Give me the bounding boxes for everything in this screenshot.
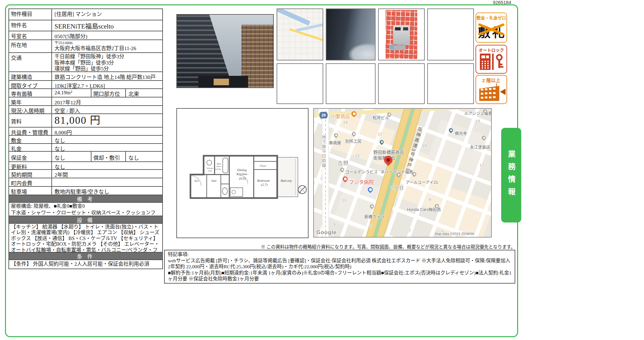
row-label: 号室名 [9,31,52,39]
svg-text:Closet: Closet [260,165,266,167]
thumbnail-area-map [277,8,323,60]
section-jouken: 【条件】 外国人契約可能・2人入居可能・保証会社利用必須 [9,260,162,269]
map-label-nagae: 永江塗装店 [470,144,490,150]
thumbnail-placeholder [427,8,474,60]
map-label-noda-1: 野田新橋筋商店 [373,149,404,155]
map-label-fujita: フジタ病院 [349,178,374,186]
mini-map-river2 [296,22,323,32]
svg-text:(1116): (1116) [215,168,221,170]
row-value [52,178,162,186]
mini-map-image [277,9,323,60]
row-label-2: 償却・敷引 [91,152,126,161]
special-notes-line: ■解約予告:1ヶ月前(月割)■短期違約金:1年未満 1ヶ月(家賃のみ)※礼金0の… [168,270,512,282]
row-label: 賃料 [9,114,52,127]
subway-road [322,108,329,238]
disclaimer-text: ※ この資料は物件の概略紹介資料になります。写真、間取図面、設備、概要などが現況… [219,243,515,250]
block-number: 6 [429,197,431,202]
row-label: 物件種目 [9,9,52,20]
map-label-honda: Honda Cars梅田西 [407,206,441,212]
block-number: 8 [370,223,372,228]
svg-text:Balcony: Balcony [281,179,292,182]
table-row: 保証金 なし 償却・敷引 なし [9,152,162,162]
badge-no-deposit-no-key-money: 敷金・礼金ゼロ 敷 礼 [475,13,507,43]
auto-lock-icon [479,53,504,71]
floor-plan-box: Dining Kitchen (6.0) Bedroom (2.7) Balco… [176,108,309,238]
badge-second-floor-or-above: 2 階以上 [475,75,507,104]
location-map: 阪神高速3号神戸線 地下鉄千日前線 29 川繁商店 松井ビル ルアンジュ福島 1… [313,108,492,238]
map-label-nichome: 2丁目 [391,184,404,191]
upper-floor-building-icon [477,83,506,101]
row-label: 駐車場 [9,187,52,195]
row-value: [住居用] マンション [52,9,162,20]
block-number: 10 [342,198,346,202]
mini-map-river [277,8,310,26]
row-value: なし [52,144,162,151]
svg-text:room: room [216,165,221,168]
row-label: 保証金 [9,152,52,161]
row-label: 建築構造 [9,72,52,80]
row-value: 0507(5階部分) [52,31,162,39]
row-value: 敷地内駐車場/空きなし [52,187,162,195]
thumbnail-intercom [378,8,425,60]
route-29-badge: 29 [319,112,328,118]
row-label: 物件名 [9,20,52,31]
map-label-kawashige: 川繁商店 [331,113,350,119]
section-bikou: 屋根構造: 陸屋根、■礼金0■敷金0 下水道・シャワー・クローゼット・収納スペー… [9,203,162,216]
table-row: 間取タイプ 1DK[洋室2.7 × LDK6] [9,81,162,89]
table-row-rent: 賃料 81,000 円 [9,114,162,128]
row-value: 8,000円 [52,128,162,135]
row-value: なし [52,136,162,143]
row-label: 所在地 [9,40,52,52]
special-notes-line: webサービス広告掲載 [許可]・チラシ、雑誌等掲載広告 [要確認]・保証会社:… [168,258,512,270]
svg-text:Dining: Dining [237,168,247,172]
table-row: 礼金 なし [9,144,162,152]
row-label: 契約期間 [9,170,52,178]
row-value: 2017年12月 [52,97,162,105]
table-row: 町内会費 [9,178,162,187]
table-row: 所在地 〒553-0006 大阪府大阪市福島区吉野2丁目11-26 [9,40,162,53]
row-label: 現況/入居時期 [9,106,52,113]
svg-text:Ent.: Ent. [194,179,199,182]
block-number: 19 [475,119,480,123]
row-label: 築年 [9,97,52,105]
row-label: 更新料 [9,162,52,169]
row-value-2: なし [126,152,162,161]
table-row: 建築構造 鉄筋コンクリート造 地上14階 総戸数130戸 [9,72,162,81]
postal-code: 〒553-0006 [55,41,162,45]
entrance-hall-photo [326,9,375,60]
photo-entrance-light [214,79,229,85]
map-label-matsui: 松井ビル [373,114,389,120]
block-number: 7 [408,228,411,233]
map-label-yoshino: 吉野 [338,159,349,166]
table-row: 駐車場 敷地内駐車場/空きなし [9,187,162,195]
block-number: 14 [343,120,347,125]
row-value-2: 北東 [126,89,162,97]
row-label: 交通 [9,53,52,71]
property-details-table: 物件種目 [住居用] マンション 物件名 SERENiTE福島scelto 号室… [8,8,163,269]
row-label: 専有面積 [9,89,52,97]
map-label-golden: ゴールデンラビス [345,169,378,175]
row-label: 間取タイプ [9,81,52,88]
row-value: 鉄筋コンクリート造 地上14階 総戸数130戸 [52,72,162,80]
row-label-2: 開口部方位 [91,89,126,97]
map-label-bukkoji: 佛光寺 [455,130,467,136]
row-label: 礼金 [9,144,52,151]
row-value: 空室 / 即入 [52,106,162,113]
floor-plan-drawing: Dining Kitchen (6.0) Bedroom (2.7) Balco… [177,109,308,238]
badge-auto-lock: オートロック [475,45,507,74]
thumbnail-placeholder [427,63,474,104]
table-row: 築年 2017年12月 [9,97,162,106]
svg-text:(6.0): (6.0) [239,176,246,180]
table-row: 共益費・管理費 8,000円 [9,128,162,136]
svg-text:Powder: Powder [207,167,214,169]
row-value: 千日前線「野田阪神」徒歩3分 阪神本線「野田」徒歩3分 環状線「野田」徒歩5分 [52,53,162,71]
rent-value: 81,000 円 [52,114,162,127]
table-row: 号室名 0507(5階部分) [9,31,162,40]
mini-map-road [289,28,323,45]
subway-line-label: 地下鉄千日前線 [321,135,327,168]
map-label-kushiyaki: 串焼屋 [329,139,341,145]
thumbnail-placeholder [326,63,376,104]
thumbnail-placeholder [378,63,425,104]
thumbnail-entrance-hall [326,8,376,60]
address: 大阪府大阪市福島区吉野2丁目11-26 [55,45,162,52]
